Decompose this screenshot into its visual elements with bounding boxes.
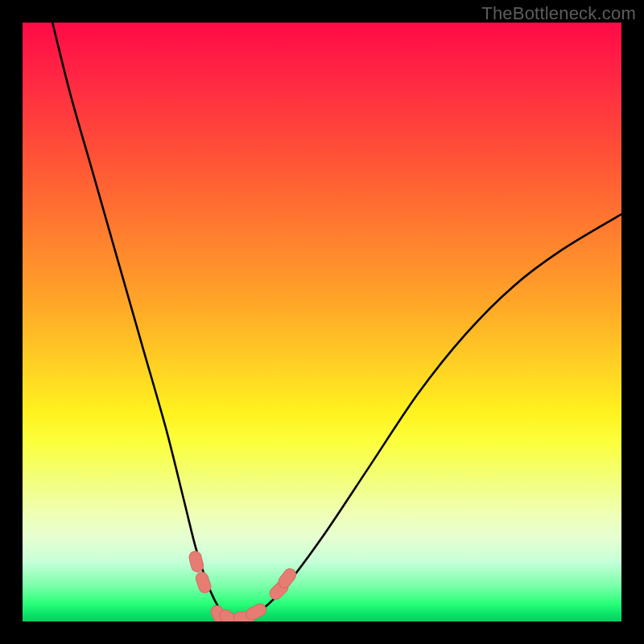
bottleneck-curve xyxy=(23,23,621,621)
chart-frame: TheBottleneck.com xyxy=(0,0,644,644)
watermark-text: TheBottleneck.com xyxy=(481,3,636,24)
plot-area xyxy=(23,23,621,621)
